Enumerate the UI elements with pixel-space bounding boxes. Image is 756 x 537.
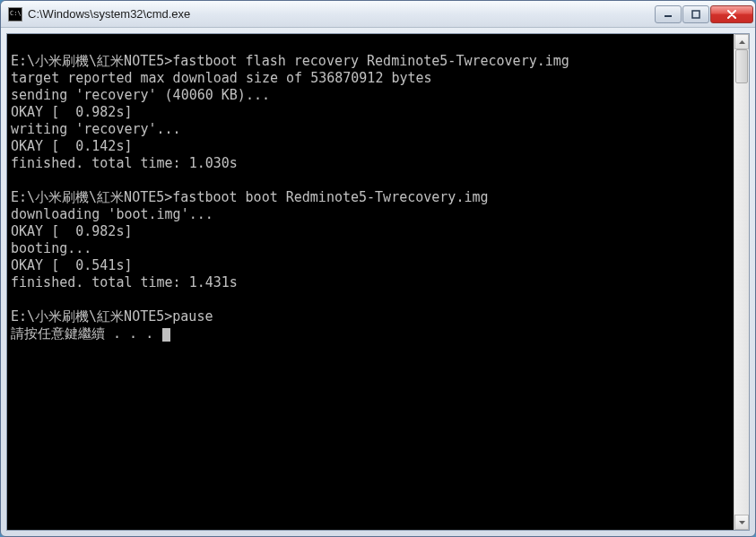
console-line: target reported max download size of 536…	[11, 70, 730, 87]
scroll-down-button[interactable]	[734, 515, 749, 530]
text-cursor	[162, 328, 170, 342]
minimize-icon	[664, 10, 673, 19]
window-controls	[655, 5, 753, 23]
maximize-icon	[691, 10, 700, 19]
console-line: OKAY [ 0.541s]	[11, 257, 730, 274]
console-output[interactable]: E:\小米刷機\紅米NOTE5>fastboot flash recovery …	[7, 34, 734, 530]
console-line: OKAY [ 0.142s]	[11, 138, 730, 155]
svg-rect-0	[665, 15, 672, 17]
console-line: sending 'recovery' (40060 KB)...	[11, 87, 730, 104]
console-line: E:\小米刷機\紅米NOTE5>fastboot flash recovery …	[11, 53, 730, 70]
scroll-track[interactable]	[734, 49, 749, 515]
console-line: finished. total time: 1.431s	[11, 274, 730, 291]
console-line: writing 'recovery'...	[11, 121, 730, 138]
svg-rect-1	[692, 11, 700, 18]
window-title: C:\Windows\system32\cmd.exe	[28, 7, 655, 21]
console-line: E:\小米刷機\紅米NOTE5>fastboot boot Redminote5…	[11, 189, 730, 206]
close-button[interactable]	[710, 5, 753, 23]
scroll-up-button[interactable]	[734, 34, 749, 49]
console-line: downloading 'boot.img'...	[11, 206, 730, 223]
prompt-text: 請按任意鍵繼續 . . .	[11, 325, 161, 342]
chevron-up-icon	[739, 40, 745, 44]
vertical-scrollbar	[734, 34, 749, 530]
titlebar[interactable]: C:\Windows\system32\cmd.exe	[1, 1, 755, 28]
maximize-button[interactable]	[682, 5, 709, 23]
console-line	[11, 172, 730, 189]
console-prompt-line: 請按任意鍵繼續 . . .	[11, 325, 730, 342]
minimize-button[interactable]	[655, 5, 682, 23]
cmd-window: C:\Windows\system32\cmd.exe E:\小米刷機\紅米NO…	[0, 0, 756, 537]
console-line: E:\小米刷機\紅米NOTE5>pause	[11, 308, 730, 325]
console-frame: E:\小米刷機\紅米NOTE5>fastboot flash recovery …	[6, 33, 750, 531]
console-line: booting...	[11, 240, 730, 257]
scroll-thumb[interactable]	[735, 49, 748, 83]
console-line	[11, 36, 730, 53]
cmd-icon	[8, 7, 22, 22]
console-line	[11, 291, 730, 308]
console-line: OKAY [ 0.982s]	[11, 104, 730, 121]
console-line: finished. total time: 1.030s	[11, 155, 730, 172]
chevron-down-icon	[739, 521, 745, 524]
close-icon	[726, 10, 737, 19]
console-line: OKAY [ 0.982s]	[11, 223, 730, 240]
